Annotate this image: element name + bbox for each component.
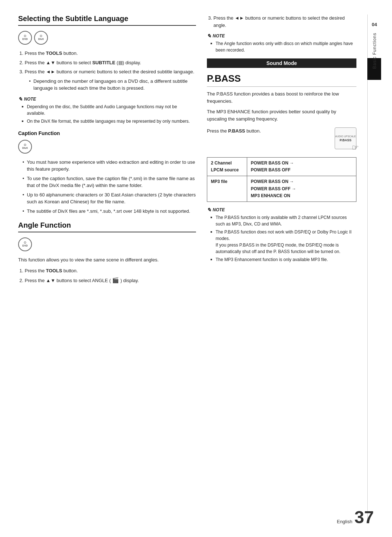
main-content: Selecting the Subtitle Language DVD DivX…: [0, 0, 392, 537]
pbass-note-1: The P.BASS function is only available wi…: [211, 214, 356, 227]
caption-section-title: Caption Function: [18, 130, 196, 136]
caption-bullet-2: To use the caption function, save the ca…: [23, 175, 196, 189]
subtitle-icon-row: DVD DivX: [18, 31, 196, 45]
angle-dvd-icon: DVD: [18, 237, 32, 251]
pbass-note-icon: ✎: [207, 207, 211, 213]
angle-note-items: The Angle function works only with discs…: [207, 40, 356, 53]
dvd-icon: DVD: [18, 31, 32, 45]
pbass-section: P.BASS The P.BASS function provides a ba…: [207, 73, 356, 263]
pbass-title: P.BASS: [207, 73, 356, 87]
subtitle-step-3: Press the ◄► buttons or numeric buttons …: [25, 68, 196, 92]
page-footer: English 37: [337, 509, 374, 526]
subtitle-section: Selecting the Subtitle Language DVD DivX…: [18, 15, 196, 125]
pbass-note: ✎ NOTE The P.BASS function is only avail…: [207, 207, 356, 263]
divx-icon: DivX: [34, 31, 48, 45]
pbass-note-3: The MP3 Enhancement function is only ava…: [211, 256, 356, 263]
pbass-note-title: ✎ NOTE: [207, 207, 356, 213]
subtitle-steps: Press the TOOLS button. Press the ▲▼ but…: [18, 50, 196, 92]
footer-language: English: [337, 519, 352, 524]
caption-bullet-4: The subtitle of DivX files are *.smi, *.…: [23, 208, 196, 215]
bass-source-2: MP3 file: [207, 176, 247, 202]
right-column: Press the ◄► buttons or numeric buttons …: [207, 15, 356, 522]
pbass-press-text: Press the P.BASS button.: [207, 127, 331, 135]
pbass-desc1: The P.BASS function provides a bass boos…: [207, 90, 356, 105]
bass-table-row-1: 2 ChannelLPCM source POWER BASS ON →POWE…: [207, 158, 356, 176]
caption-section: Caption Function DivX You must have some…: [18, 130, 196, 215]
angle-step-3: Press the ◄► buttons or numeric buttons …: [213, 15, 356, 29]
caption-divx-icon: DivX: [18, 140, 32, 154]
pbass-note-items: The P.BASS function is only available wi…: [207, 214, 356, 263]
pbass-table: 2 ChannelLPCM source POWER BASS ON →POWE…: [207, 157, 356, 202]
caption-bullet-1: You must have some experience with video…: [23, 159, 196, 173]
pbass-remote-button: AUDIO UPSCALE P.BASS ☞: [335, 127, 356, 149]
pbass-note-2: The P.BASS function does not work with D…: [211, 229, 356, 255]
sidebar-tab: 04 Basic Functions: [367, 15, 381, 522]
subtitle-note-items: Depending on the disc, the Subtitle and …: [18, 103, 196, 125]
angle-step-2: Press the ▲▼ buttons to select ANGLE ( 🎬…: [25, 276, 196, 285]
note-icon: ✎: [18, 96, 23, 102]
angle-step3-section: Press the ◄► buttons or numeric buttons …: [207, 15, 356, 53]
remote-label-top: AUDIO UPSCALE: [335, 135, 356, 138]
subtitle-note-1: Depending on the disc, the Subtitle and …: [22, 103, 196, 117]
angle-icon-row: DVD: [18, 237, 196, 251]
bass-options-1: POWER BASS ON →POWER BASS OFF: [247, 158, 356, 176]
angle-section-title: Angle Function: [18, 221, 196, 232]
bass-source-1: 2 ChannelLPCM source: [207, 158, 247, 176]
hand-icon: ☞: [352, 143, 359, 152]
angle-note-icon: ✎: [207, 33, 211, 39]
angle-section: Angle Function DVD This function allows …: [18, 221, 196, 285]
subtitle-step-1: Press the TOOLS button.: [25, 50, 196, 57]
pbass-press-row: Press the P.BASS button. AUDIO UPSCALE P…: [207, 127, 356, 153]
subtitle-sub-bullet: Depending on the number of languages on …: [29, 78, 196, 92]
subtitle-note-2: On the DivX file format, the subtitle la…: [22, 118, 196, 125]
left-column: Selecting the Subtitle Language DVD DivX…: [18, 15, 196, 522]
angle-step3-list: Press the ◄► buttons or numeric buttons …: [207, 15, 356, 29]
caption-bullet-3: Up to 60 alphanumeric characters or 30 E…: [23, 191, 196, 206]
subtitle-section-title: Selecting the Subtitle Language: [18, 15, 196, 26]
angle-note-title: ✎ NOTE: [207, 33, 356, 39]
subtitle-note: ✎ NOTE Depending on the disc, the Subtit…: [18, 96, 196, 125]
bass-options-2: POWER BASS ON →POWER BASS OFF →MP3 ENHAN…: [247, 176, 356, 202]
angle-intro: This function allows you to view the sam…: [18, 256, 196, 264]
angle-note-1: The Angle function works only with discs…: [211, 40, 356, 53]
subtitle-step-2: Press the ▲▼ buttons to select SUBTITLE …: [25, 59, 196, 66]
angle-note: ✎ NOTE The Angle function works only wit…: [207, 33, 356, 53]
angle-step-1: Press the TOOLS button.: [25, 267, 196, 274]
angle-steps: Press the TOOLS button. Press the ▲▼ but…: [18, 267, 196, 285]
page-container: Selecting the Subtitle Language DVD DivX…: [0, 0, 392, 537]
bass-table-row-2: MP3 file POWER BASS ON →POWER BASS OFF →…: [207, 176, 356, 202]
sidebar-chapter-num: 04: [372, 22, 377, 27]
page-number: 37: [355, 509, 374, 526]
remote-label-main: P.BASS: [340, 138, 351, 142]
sidebar-tab-label: Basic Functions: [372, 33, 377, 69]
pbass-desc2: The MP3 ENHANCE function provides better…: [207, 108, 356, 122]
sound-mode-header: Sound Mode: [207, 58, 356, 68]
subtitle-note-title: ✎ NOTE: [18, 96, 196, 102]
caption-bullets: You must have some experience with video…: [18, 159, 196, 215]
caption-icon-row: DivX: [18, 140, 196, 154]
